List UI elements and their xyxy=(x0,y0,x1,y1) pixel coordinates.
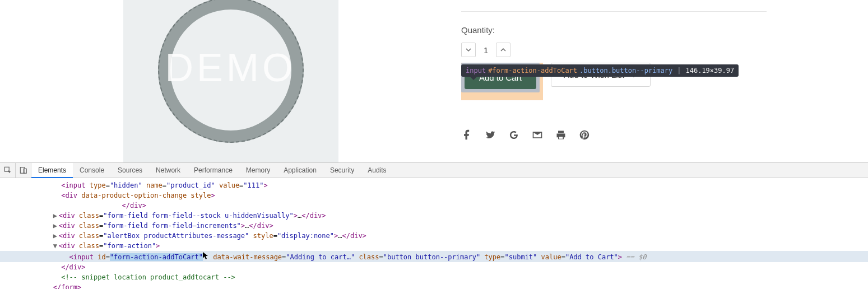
quantity-decrease-button[interactable] xyxy=(461,43,476,57)
code-line[interactable]: ▶<div class="form-field form-field--stoc… xyxy=(0,211,868,221)
tab-memory[interactable]: Memory xyxy=(239,163,277,178)
tab-security[interactable]: Security xyxy=(323,163,361,178)
code-line[interactable]: </form> xyxy=(0,282,868,289)
quantity-stepper: 1 xyxy=(461,43,868,57)
share-icons-row xyxy=(461,129,868,142)
code-line[interactable]: </div> xyxy=(0,262,868,272)
email-icon[interactable] xyxy=(532,129,543,142)
code-line[interactable]: </div> xyxy=(0,201,868,211)
demo-watermark: DEMO xyxy=(165,45,296,90)
code-line[interactable]: <!-- snippet location product_addtocart … xyxy=(0,272,868,282)
product-image: DEMO xyxy=(123,0,338,162)
code-line[interactable]: ▼<div class="form-action"> xyxy=(0,241,868,251)
tab-audits[interactable]: Audits xyxy=(361,163,393,178)
code-line[interactable]: <div data-product-option-change style> xyxy=(0,190,868,201)
devtools-elements-body[interactable]: <input type="hidden" name="product_id" v… xyxy=(0,178,868,289)
svg-rect-1 xyxy=(20,167,25,174)
product-image-area: DEMO xyxy=(0,0,461,162)
product-details: Quantity: 1 input#form-action-addToCart.… xyxy=(461,0,868,162)
code-line[interactable]: ▶<div class="alertBox productAttributes-… xyxy=(0,231,868,241)
tooltip-tag: input xyxy=(466,67,486,74)
print-icon[interactable] xyxy=(555,129,567,142)
quantity-label: Quantity: xyxy=(461,25,868,35)
code-line[interactable]: ▶<div class="form-field form-field—incre… xyxy=(0,221,868,231)
facebook-icon[interactable] xyxy=(461,129,472,142)
pinterest-icon[interactable] xyxy=(579,129,590,142)
tooltip-id: #form-action-addToCart xyxy=(488,67,577,74)
tab-performance[interactable]: Performance xyxy=(187,163,239,178)
tab-network[interactable]: Network xyxy=(149,163,187,178)
tab-sources[interactable]: Sources xyxy=(111,163,149,178)
device-toolbar-button[interactable] xyxy=(16,163,31,178)
divider xyxy=(461,11,767,12)
tooltip-separator: | xyxy=(675,67,683,74)
tab-console[interactable]: Console xyxy=(73,163,111,178)
google-icon[interactable] xyxy=(508,129,519,142)
element-inspect-tooltip: input#form-action-addToCart.button.butto… xyxy=(461,64,739,77)
code-line-selected[interactable]: <input id="form-action-addToCart" data-w… xyxy=(0,251,868,262)
chevron-down-icon xyxy=(466,47,471,53)
tooltip-classes: .button.button--primary xyxy=(579,67,672,74)
inspect-element-button[interactable] xyxy=(0,163,16,178)
devtools-tabbar: Elements Console Sources Network Perform… xyxy=(0,163,868,178)
tab-elements[interactable]: Elements xyxy=(31,163,73,178)
devtools-panel: Elements Console Sources Network Perform… xyxy=(0,162,868,289)
tooltip-dimensions: 146.19×39.97 xyxy=(685,67,734,74)
twitter-icon[interactable] xyxy=(485,129,496,142)
quantity-increase-button[interactable] xyxy=(496,43,510,57)
code-line[interactable]: <input type="hidden" name="product_id" v… xyxy=(0,180,868,190)
quantity-value: 1 xyxy=(480,45,491,55)
chevron-up-icon xyxy=(500,47,506,53)
mouse-cursor-icon xyxy=(203,251,209,259)
tab-application[interactable]: Application xyxy=(277,163,323,178)
